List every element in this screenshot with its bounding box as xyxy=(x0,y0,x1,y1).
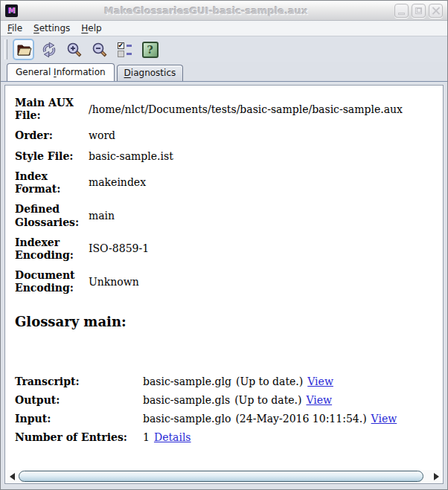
field-label: Indexer Encoding: xyxy=(15,233,89,265)
properties-checklist-icon: ✔ xyxy=(118,42,132,57)
maximize-icon xyxy=(415,7,422,14)
view-link[interactable]: View xyxy=(307,375,333,387)
field-label: Document Encoding: xyxy=(15,265,89,298)
view-link[interactable]: View xyxy=(306,394,332,406)
menu-settings[interactable]: Settings xyxy=(33,23,70,33)
reload-button[interactable] xyxy=(38,39,60,60)
close-icon xyxy=(432,7,440,15)
table-row: Index Format: makeindex xyxy=(15,167,433,199)
file-name: basic-sample.gls xyxy=(143,394,230,406)
field-label: Order: xyxy=(15,126,89,146)
spacer xyxy=(15,329,433,373)
zoom-in-button[interactable] xyxy=(63,39,85,60)
field-label: Input: xyxy=(15,410,143,428)
table-row: Order: word xyxy=(15,126,433,146)
table-row: Number of Entries: 1Details xyxy=(15,428,433,447)
toolbar: ✔ ? xyxy=(1,36,447,62)
toolbar-drag-handle[interactable] xyxy=(4,39,7,59)
general-information-panel: Main AUX File: /home/nlct/Documents/test… xyxy=(4,85,444,484)
table-row: Transcript: basic-sample.glg(Up to date.… xyxy=(15,373,433,391)
horizontal-scrollbar[interactable] xyxy=(6,470,442,483)
app-window: M MakeGlossariesGUI-basic-sample.aux Fil… xyxy=(0,0,448,490)
table-row: Document Encoding: Unknown xyxy=(15,265,433,298)
table-row: Main AUX File: /home/nlct/Documents/test… xyxy=(15,93,433,126)
arrow-left-icon xyxy=(10,473,15,480)
tabstrip: General Information Diagnostics xyxy=(1,62,447,82)
tab-general-information[interactable]: General Information xyxy=(7,63,115,81)
menubar: File Settings Help xyxy=(1,21,447,36)
field-label: Transcript: xyxy=(15,373,143,391)
field-label: Index Format: xyxy=(15,167,89,199)
field-value: ISO-8859-1 xyxy=(89,233,433,265)
file-name: basic-sample.glg xyxy=(143,375,231,387)
open-folder-icon xyxy=(16,42,32,57)
aux-info-table: Main AUX File: /home/nlct/Documents/test… xyxy=(15,93,433,299)
close-button[interactable] xyxy=(429,4,443,18)
field-value: word xyxy=(89,126,433,146)
entry-count: 1 xyxy=(143,431,150,443)
glossary-files-table: Transcript: basic-sample.glg(Up to date.… xyxy=(15,373,433,448)
field-value: makeindex xyxy=(89,167,433,199)
field-label: Main AUX File: xyxy=(15,93,89,126)
minimize-button[interactable] xyxy=(394,4,409,18)
scroll-left-button[interactable] xyxy=(6,471,18,483)
app-logo-icon: M xyxy=(5,4,18,17)
menu-help[interactable]: Help xyxy=(81,23,101,33)
zoom-in-icon xyxy=(66,42,83,58)
table-row: Output: basic-sample.gls(Up to date.)Vie… xyxy=(15,391,433,410)
titlebar[interactable]: M MakeGlossariesGUI-basic-sample.aux xyxy=(1,1,447,21)
help-button[interactable]: ? xyxy=(139,39,161,60)
field-label: Defined Glossaries: xyxy=(15,199,89,232)
minimize-icon xyxy=(398,13,405,15)
table-row: Defined Glossaries: main xyxy=(15,199,433,232)
maximize-button[interactable] xyxy=(412,4,426,18)
field-value: Unknown xyxy=(89,265,433,298)
file-status: (Up to date.) xyxy=(236,375,303,387)
zoom-out-button[interactable] xyxy=(89,39,110,60)
field-value: basic-sample.ist xyxy=(89,146,433,167)
field-label: Number of Entries: xyxy=(15,428,143,447)
file-status: (24-May-2016 10:11:54.) xyxy=(235,413,366,425)
scroll-right-button[interactable] xyxy=(430,471,442,483)
file-status: (Up to date.) xyxy=(234,394,301,406)
file-name: basic-sample.glo xyxy=(143,413,231,425)
table-row: Input: basic-sample.glo(24-May-2016 10:1… xyxy=(15,410,433,428)
table-row: Style File: basic-sample.ist xyxy=(15,146,433,167)
help-question-icon: ? xyxy=(142,42,159,58)
view-link[interactable]: View xyxy=(371,413,397,425)
field-value: main xyxy=(89,199,433,232)
table-row: Indexer Encoding: ISO-8859-1 xyxy=(15,233,433,265)
zoom-out-icon xyxy=(92,42,108,58)
field-label: Style File: xyxy=(15,146,89,167)
field-label: Output: xyxy=(15,391,143,410)
document-view: Main AUX File: /home/nlct/Documents/test… xyxy=(5,86,443,470)
window-title: MakeGlossariesGUI-basic-sample.aux xyxy=(18,5,394,16)
tab-diagnostics[interactable]: Diagnostics xyxy=(117,65,184,81)
glossary-heading: Glossary main: xyxy=(15,314,433,329)
field-value: /home/nlct/Documents/tests/basic-sample/… xyxy=(89,93,433,126)
properties-button[interactable]: ✔ xyxy=(114,39,135,60)
open-file-button[interactable] xyxy=(13,39,34,60)
menu-file[interactable]: File xyxy=(7,23,22,33)
reload-icon xyxy=(41,42,57,58)
arrow-right-icon xyxy=(434,473,439,480)
scrollbar-thumb[interactable] xyxy=(19,471,423,482)
details-link[interactable]: Details xyxy=(154,431,191,443)
